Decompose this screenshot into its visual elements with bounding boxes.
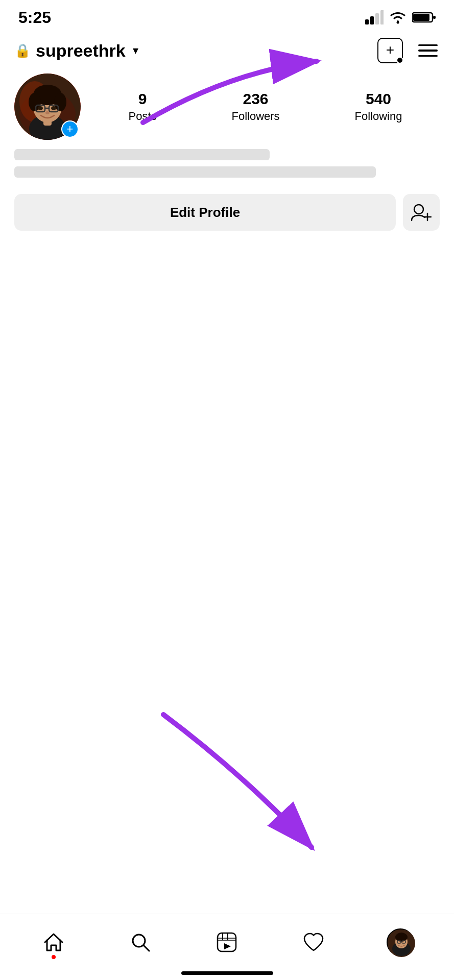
signal-icon xyxy=(365,10,384,24)
wifi-icon xyxy=(389,10,407,24)
lock-icon: 🔒 xyxy=(14,43,31,59)
bio-line-2 xyxy=(14,166,376,178)
add-post-button[interactable]: + xyxy=(377,38,403,63)
svg-rect-7 xyxy=(433,16,436,19)
posts-label: Posts xyxy=(128,110,156,123)
svg-rect-2 xyxy=(375,13,379,24)
posts-stat[interactable]: 9 Posts xyxy=(128,90,156,123)
profile-info-row: + 9 Posts 236 Followers 540 Following xyxy=(14,74,440,140)
followers-count: 236 xyxy=(243,90,268,108)
hamburger-line-2 xyxy=(418,50,438,52)
status-bar: 5:25 xyxy=(0,0,454,31)
svg-rect-6 xyxy=(413,14,429,21)
svg-point-22 xyxy=(51,106,56,110)
search-icon xyxy=(129,931,152,953)
status-time: 5:25 xyxy=(18,8,51,27)
svg-rect-31 xyxy=(218,938,236,940)
following-count: 540 xyxy=(366,90,391,108)
header-left: 🔒 supreethrk ▾ xyxy=(14,41,138,61)
nav-activity[interactable] xyxy=(296,924,331,960)
bio-section xyxy=(0,140,454,189)
add-friend-icon xyxy=(411,203,432,222)
heart-icon xyxy=(302,931,325,953)
nav-reels[interactable] xyxy=(209,924,245,960)
edit-profile-button[interactable]: Edit Profile xyxy=(14,194,396,231)
home-dot xyxy=(52,955,56,959)
bottom-nav xyxy=(0,914,454,980)
followers-label: Followers xyxy=(231,110,279,123)
nav-profile[interactable] xyxy=(383,924,418,960)
home-icon xyxy=(42,931,65,953)
followers-stat[interactable]: 236 Followers xyxy=(231,90,279,123)
profile-section: + 9 Posts 236 Followers 540 Following xyxy=(0,68,454,140)
nav-home[interactable] xyxy=(36,924,71,960)
following-label: Following xyxy=(355,110,402,123)
svg-point-21 xyxy=(38,106,43,110)
nav-search[interactable] xyxy=(123,924,158,960)
add-friend-button[interactable] xyxy=(403,194,440,231)
svg-point-37 xyxy=(395,933,408,942)
annotation-arrow-bottom xyxy=(123,704,337,868)
dropdown-chevron[interactable]: ▾ xyxy=(133,44,138,57)
bio-line-1 xyxy=(14,149,270,160)
action-buttons: Edit Profile xyxy=(0,189,454,241)
svg-rect-0 xyxy=(365,19,369,24)
svg-point-24 xyxy=(414,205,423,214)
svg-rect-3 xyxy=(380,10,384,24)
header-right: + xyxy=(377,38,440,63)
add-story-button[interactable]: + xyxy=(61,120,79,138)
svg-rect-30 xyxy=(218,933,236,951)
reels-icon xyxy=(216,931,238,953)
menu-button[interactable] xyxy=(416,42,440,59)
posts-count: 9 xyxy=(138,90,147,108)
profile-avatar-nav[interactable] xyxy=(387,928,414,956)
plus-icon: + xyxy=(386,43,394,57)
status-icons xyxy=(365,10,436,24)
following-stat[interactable]: 540 Following xyxy=(355,90,402,123)
nav-avatar-image xyxy=(388,929,415,957)
hamburger-line-3 xyxy=(418,55,438,57)
stats-row: 9 Posts 236 Followers 540 Following xyxy=(91,90,440,123)
svg-rect-1 xyxy=(370,16,374,24)
header: 🔒 supreethrk ▾ + xyxy=(0,31,454,68)
battery-icon xyxy=(412,11,436,23)
avatar-container[interactable]: + xyxy=(14,74,81,140)
hamburger-line-1 xyxy=(418,44,438,46)
svg-point-4 xyxy=(397,21,399,24)
username-label[interactable]: supreethrk xyxy=(36,41,126,61)
home-indicator xyxy=(181,971,273,975)
corner-dot xyxy=(396,57,403,64)
svg-line-29 xyxy=(144,945,149,951)
svg-point-23 xyxy=(45,111,50,114)
